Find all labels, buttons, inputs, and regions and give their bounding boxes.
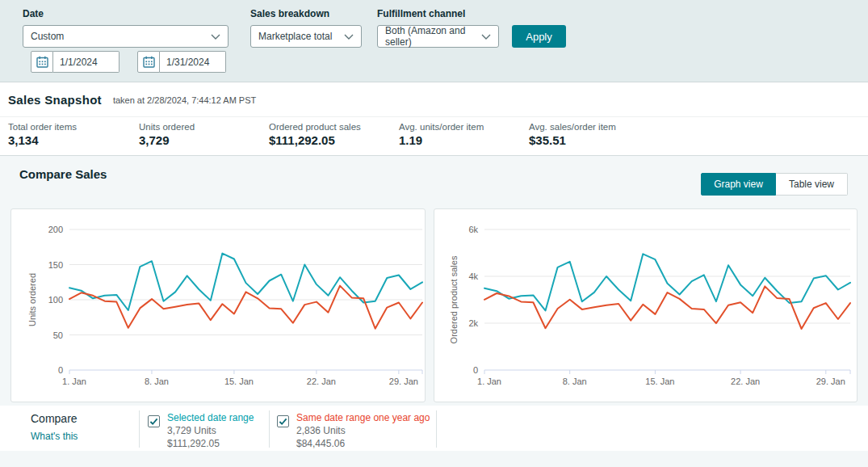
stat-avg-units-per-order: Avg. units/order item 1.19 [399,122,484,147]
svg-text:Ordered product sales: Ordered product sales [449,255,459,343]
prior-range-legend-item: Same date range one year ago 2,836 Units… [296,411,430,450]
ordered-product-sales-chart-svg: 02k4k6k1. Jan8. Jan15. Jan22. Jan29. Jan… [434,209,857,402]
sales-snapshot-band: Sales Snapshot taken at 2/28/2024, 7:44:… [0,82,868,116]
fulfillment-channel-label: Fulfillment channel [377,8,465,19]
units-ordered-chart: 0501001502001. Jan8. Jan15. Jan22. Jan29… [10,208,426,402]
chevron-down-icon [481,34,491,40]
selected-range-checkbox[interactable] [148,415,160,427]
checkmark-icon [279,418,287,426]
stat-label: Ordered product sales [269,122,361,132]
stat-ordered-product-sales: Ordered product sales $111,292.05 [269,122,361,147]
svg-text:8. Jan: 8. Jan [145,377,169,386]
start-date-input[interactable] [53,51,120,73]
start-date-field [31,51,120,73]
compare-heading: Compare [31,412,78,425]
svg-text:100: 100 [48,295,63,305]
divider [269,410,270,448]
svg-text:2k: 2k [468,318,478,328]
svg-text:1. Jan: 1. Jan [477,377,501,386]
selected-range-legend-item: Selected date range 3,729 Units $111,292… [167,411,254,450]
graph-view-button[interactable]: Graph view [701,173,776,196]
sales-snapshot-title: Sales Snapshot [8,93,102,107]
sales-breakdown-value: Marketplace total [258,31,332,42]
stat-label: Avg. sales/order item [529,122,616,132]
snapshot-stats-row: Total order items 3,134 Units ordered 3,… [0,116,868,156]
compare-sales-title: Compare Sales [19,167,107,181]
sales-breakdown-label: Sales breakdown [250,8,329,19]
snapshot-timestamp: taken at 2/28/2024, 7:44:12 AM PST [113,94,256,105]
svg-text:15. Jan: 15. Jan [224,377,254,386]
fulfillment-channel-value: Both (Amazon and seller) [385,25,481,48]
svg-text:Units ordered: Units ordered [27,273,37,326]
stat-value: $35.51 [529,133,616,147]
units-ordered-chart-svg: 0501001502001. Jan8. Jan15. Jan22. Jan29… [11,209,425,402]
calendar-icon[interactable] [137,51,160,73]
stat-units-ordered: Units ordered 3,729 [139,122,195,147]
compare-legend: Compare What's this Selected date range … [0,406,868,451]
whats-this-link[interactable]: What's this [31,431,78,442]
svg-text:200: 200 [48,225,63,234]
sales-dashboard: Date Custom [0,0,868,467]
apply-button[interactable]: Apply [512,25,566,48]
stat-value: 3,134 [8,133,77,147]
stat-value: $111,292.05 [269,133,361,147]
ordered-product-sales-chart: 02k4k6k1. Jan8. Jan15. Jan22. Jan29. Jan… [434,208,858,402]
svg-text:29. Jan: 29. Jan [389,377,418,386]
calendar-icon[interactable] [31,51,53,73]
svg-text:0: 0 [473,365,478,375]
date-range-select[interactable]: Custom [23,25,229,48]
stat-label: Total order items [8,122,77,132]
svg-text:6k: 6k [468,225,478,234]
legend-label: Same date range one year ago [296,411,430,424]
svg-text:22. Jan: 22. Jan [307,377,336,386]
table-view-button[interactable]: Table view [776,173,848,196]
stat-label: Avg. units/order item [399,122,484,132]
date-range-value: Custom [31,31,64,42]
legend-units: 3,729 Units [167,424,254,437]
stat-total-order-items: Total order items 3,134 [8,122,77,147]
svg-text:0: 0 [58,365,63,375]
legend-sales: $111,292.05 [167,437,254,450]
svg-text:15. Jan: 15. Jan [645,377,674,386]
stat-value: 3,729 [139,133,195,147]
end-date-input[interactable] [160,51,226,73]
chevron-down-icon [211,34,220,40]
legend-sales: $84,445.06 [296,437,430,450]
chevron-down-icon [344,34,354,40]
svg-text:8. Jan: 8. Jan [563,377,587,386]
date-label: Date [23,8,44,19]
end-date-field [137,51,226,73]
stat-value: 1.19 [399,133,484,147]
view-toggle: Graph view Table view [701,173,848,196]
fulfillment-channel-select[interactable]: Both (Amazon and seller) [377,25,499,48]
svg-text:1. Jan: 1. Jan [62,377,86,386]
divider [139,410,140,448]
stat-label: Units ordered [139,122,195,132]
stat-avg-sales-per-order: Avg. sales/order item $35.51 [529,122,616,147]
divider [436,410,437,448]
legend-units: 2,836 Units [296,424,430,437]
svg-text:22. Jan: 22. Jan [731,377,760,386]
prior-range-checkbox[interactable] [277,415,289,427]
sales-breakdown-select[interactable]: Marketplace total [250,25,362,48]
legend-label: Selected date range [167,411,254,424]
svg-text:4k: 4k [468,271,478,281]
svg-text:50: 50 [53,330,63,340]
svg-text:29. Jan: 29. Jan [816,377,845,386]
filter-bar: Date Custom [0,0,868,82]
checkmark-icon [149,418,158,426]
svg-text:150: 150 [48,260,63,270]
